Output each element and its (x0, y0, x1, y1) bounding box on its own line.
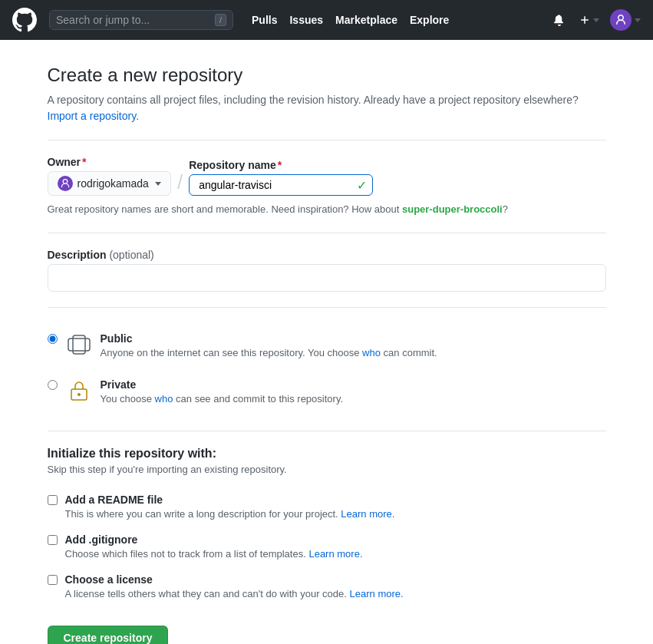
public-radio[interactable] (48, 334, 58, 344)
owner-repo-row: Owner* rodrigokamada / Repository name* … (48, 156, 606, 196)
description-optional: (optional) (109, 249, 153, 261)
plus-caret (593, 18, 599, 22)
user-caret (635, 18, 641, 22)
private-option[interactable]: Private You choose who can see and commi… (48, 369, 606, 415)
private-text: Private You choose who can see and commi… (101, 378, 344, 406)
divider-visibility (48, 307, 606, 308)
private-desc: You choose who can see and commit to thi… (101, 392, 344, 406)
repo-name-wrapper: ✓ (189, 174, 373, 196)
slash-divider: / (177, 170, 183, 196)
license-label: Choose a license (65, 573, 404, 586)
license-option[interactable]: Choose a license A license tells others … (48, 567, 606, 607)
gitignore-desc: Choose which files not to track from a l… (65, 547, 363, 561)
svg-point-3 (78, 393, 81, 396)
divider-desc (48, 233, 606, 233)
create-repository-button[interactable]: Create repository (48, 626, 169, 644)
gitignore-learn-more[interactable]: Learn more. (308, 548, 362, 560)
nav-link-marketplace[interactable]: Marketplace (335, 14, 397, 26)
import-link[interactable]: Import a repository. (48, 110, 140, 122)
nav-link-pulls[interactable]: Pulls (252, 14, 277, 26)
private-radio[interactable] (48, 380, 58, 390)
owner-required: * (82, 156, 86, 168)
public-icon (67, 332, 91, 357)
description-label: Description (optional) (48, 249, 606, 261)
new-item-button[interactable] (575, 12, 604, 28)
private-who-link[interactable]: who (155, 393, 173, 405)
navbar-right (550, 9, 641, 31)
public-who-link[interactable]: who (362, 347, 381, 358)
public-text: Public Anyone on the internet can see th… (101, 332, 437, 360)
license-desc: A license tells others what they can and… (65, 587, 404, 601)
search-input[interactable] (56, 14, 209, 26)
gitignore-checkbox[interactable] (48, 535, 58, 545)
page-subtitle: A repository contains all project files,… (48, 92, 606, 124)
divider-init (48, 431, 606, 431)
gitignore-text: Add .gitignore Choose which files not to… (65, 533, 363, 561)
owner-caret (155, 182, 161, 186)
page-title: Create a new repository (48, 64, 606, 86)
readme-label: Add a README file (65, 494, 395, 506)
divider-top (48, 140, 606, 140)
user-avatar (610, 9, 632, 31)
owner-label: Owner* (48, 156, 171, 168)
private-icon (67, 378, 91, 403)
public-label: Public (101, 332, 437, 345)
main-content: Create a new repository A repository con… (35, 64, 618, 644)
gitignore-label: Add .gitignore (65, 533, 363, 546)
repo-name-label: Repository name* (189, 159, 373, 171)
repo-name-required: * (278, 159, 282, 171)
owner-group: Owner* rodrigokamada (48, 156, 171, 196)
navbar: / Pulls Issues Marketplace Explore (0, 0, 653, 40)
suggestion-link[interactable]: super-duper-broccoli (402, 203, 503, 215)
readme-checkbox[interactable] (48, 495, 58, 505)
license-checkbox[interactable] (48, 575, 58, 585)
owner-select-button[interactable]: rodrigokamada (48, 171, 171, 196)
search-bar[interactable]: / (49, 10, 233, 30)
readme-text: Add a README file This is where you can … (65, 494, 395, 521)
notifications-button[interactable] (550, 11, 569, 29)
user-menu-button[interactable] (610, 9, 641, 31)
description-group: Description (optional) (48, 249, 606, 292)
owner-avatar (58, 176, 73, 191)
owner-name: rodrigokamada (78, 177, 149, 190)
nav-link-issues[interactable]: Issues (289, 14, 323, 26)
license-learn-more[interactable]: Learn more. (350, 588, 404, 599)
svg-rect-0 (68, 339, 90, 351)
license-text: Choose a license A license tells others … (65, 573, 404, 601)
create-button-row: Create repository (48, 626, 606, 644)
search-kbd: / (215, 14, 226, 26)
repo-suggestion: Great repository names are short and mem… (48, 202, 606, 217)
init-subtitle: Skip this step if you're importing an ex… (48, 464, 606, 475)
visibility-options: Public Anyone on the internet can see th… (48, 323, 606, 415)
gitignore-option[interactable]: Add .gitignore Choose which files not to… (48, 527, 606, 567)
readme-desc: This is where you can write a long descr… (65, 507, 395, 521)
checkmark-icon: ✓ (357, 178, 367, 193)
nav-links: Pulls Issues Marketplace Explore (252, 14, 449, 26)
public-desc: Anyone on the internet can see this repo… (101, 346, 437, 360)
repo-name-group: Repository name* ✓ (189, 159, 373, 196)
init-title: Initialize this repository with: (48, 447, 606, 461)
readme-learn-more[interactable]: Learn more. (341, 508, 394, 520)
github-logo[interactable] (12, 8, 37, 32)
repo-name-input[interactable] (189, 174, 373, 196)
public-option[interactable]: Public Anyone on the internet can see th… (48, 323, 606, 369)
private-label: Private (101, 378, 344, 391)
readme-option[interactable]: Add a README file This is where you can … (48, 487, 606, 527)
description-input[interactable] (48, 264, 606, 292)
nav-link-explore[interactable]: Explore (410, 14, 449, 26)
init-section: Initialize this repository with: Skip th… (48, 447, 606, 608)
